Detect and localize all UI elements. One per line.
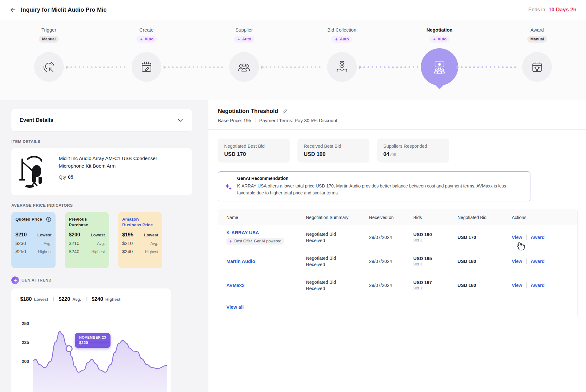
step-negotiation[interactable]: Negotiation Auto — [391, 27, 488, 100]
received-on: 29/07/2024 — [369, 282, 413, 288]
chart-marker[interactable] — [66, 346, 72, 352]
mode-badge: Auto — [332, 36, 352, 43]
received-on: 29/07/2024 — [369, 234, 413, 241]
step-label: Supplier — [236, 27, 253, 33]
stat-value: USD 170 — [224, 151, 284, 157]
mode-badge: Auto — [234, 36, 254, 43]
price-label: Lowest — [91, 233, 105, 237]
col-received-on: Received on — [369, 215, 413, 220]
award-calendar-trophy-icon — [530, 60, 544, 74]
chevron-down-icon — [177, 117, 184, 124]
edit-pencil-icon[interactable] — [282, 108, 288, 114]
recommendation-title: GenAI Recommendation — [237, 176, 515, 181]
suppliers-group-icon — [237, 60, 251, 74]
stat-value: USD 190 — [304, 151, 363, 157]
price-value: $195 — [122, 232, 134, 238]
product-image — [18, 155, 51, 189]
best-offer-badge: Best Offer. GenAI powered — [226, 238, 284, 245]
step-label: Trigger — [41, 27, 56, 33]
price-label: Lowest — [37, 233, 51, 237]
price-value: $250 — [15, 249, 26, 254]
suppliers-responded-card: Suppliers Responded 04/06 — [377, 139, 449, 163]
award-button[interactable]: Award — [531, 283, 545, 288]
bid-amount: USD 190 — [413, 232, 457, 237]
chart-gridline — [34, 362, 167, 362]
card-title: Previous Purchase — [69, 217, 105, 228]
chart-gridline — [34, 343, 167, 343]
price-value: $240 — [69, 249, 79, 254]
trend-highest: $240 — [92, 296, 103, 302]
step-supplier[interactable]: Supplier Auto — [195, 27, 293, 100]
view-button[interactable]: View — [512, 235, 522, 240]
price-label: Lowest — [144, 233, 158, 237]
negotiated-bid: USD 180 — [457, 283, 512, 288]
item-name: Miclit Inc Audio Array AM-C1 USB Condens… — [59, 155, 183, 170]
chart-gridline — [34, 324, 167, 324]
received-on: 29/07/2024 — [369, 258, 413, 264]
bid-count: Bid 3 — [413, 262, 457, 266]
table-row: AVMaxx Negotiated Bid Received 29/07/202… — [218, 273, 577, 297]
step-label: Bid Collection — [327, 27, 356, 33]
negotiated-bid: USD 180 — [457, 259, 512, 264]
step-bid-collection[interactable]: Bid Collection Auto — [293, 27, 391, 100]
previous-purchase-card: Previous Purchase $200Lowest $210Avg. $2… — [65, 212, 109, 268]
price-value: $210 — [15, 232, 27, 238]
price-indicator-cards: Quoted Price $210Lowest $230Avg. $250Hig… — [11, 212, 208, 268]
price-value: $230 — [15, 241, 26, 246]
supplier-link[interactable]: K-ARRAY USA — [226, 230, 306, 235]
money-bag-hands-icon — [335, 60, 349, 74]
price-value: $200 — [69, 232, 80, 238]
gen-ai-trend-heading: GEN AI TREND — [11, 276, 208, 284]
view-all-link[interactable]: View all — [226, 304, 244, 310]
price-value: $210 — [122, 241, 133, 246]
card-title: Quoted Price — [15, 217, 42, 222]
supplier-link[interactable]: AVMaxx — [226, 282, 306, 288]
y-axis-tick: 225 — [18, 340, 29, 345]
price-label: Highest — [38, 250, 51, 254]
quoted-price-card: Quoted Price $210Lowest $230Avg. $250Hig… — [11, 212, 56, 268]
card-title: Amazon Business Price — [122, 217, 158, 228]
step-trigger[interactable]: Trigger Manual — [0, 27, 98, 100]
y-axis-tick: 200 — [18, 359, 29, 364]
bid-amount: USD 195 — [413, 256, 457, 261]
award-button[interactable]: Award — [531, 259, 545, 264]
event-details-toggle[interactable]: Event Details — [11, 109, 192, 131]
back-button[interactable] — [9, 6, 16, 13]
genai-recommendation: GenAI Recommendation K-ARRAY USA offers … — [218, 171, 530, 201]
award-button[interactable]: Award — [531, 235, 545, 240]
supplier-link[interactable]: Martin Audio — [226, 258, 306, 264]
gen-ai-icon — [11, 276, 19, 284]
negotiation-summary: Negotiated Bid Received — [306, 255, 347, 268]
ai-sparkle-icon — [335, 38, 338, 41]
amazon-business-price-card: Amazon Business Price $195Lowest $210Avg… — [118, 212, 162, 268]
info-icon[interactable] — [46, 217, 51, 222]
event-details-title: Event Details — [20, 117, 53, 123]
stat-value: 04 — [383, 151, 389, 157]
step-label: Create — [139, 27, 153, 33]
mouse-cursor-hand — [514, 241, 525, 253]
workflow-stepper: Trigger Manual Create Auto — [0, 20, 586, 100]
col-bids: Bids — [413, 215, 457, 220]
suppliers-table: Name Negotiation Summary Received on Bid… — [218, 210, 578, 317]
trigger-icon — [42, 60, 56, 74]
base-price: Base Price: 195 — [218, 118, 251, 123]
payment-terms: Payment Terms: Pay 30 5% Discount — [259, 118, 337, 123]
negotiation-summary: Negotiated Bid Received — [306, 279, 347, 292]
table-row: K-ARRAY USA Best Offer. GenAI powered Ne… — [218, 225, 577, 249]
ai-sparkle-icon — [433, 38, 436, 41]
step-create[interactable]: Create Auto — [98, 27, 195, 100]
inquiry-page: Inquiry for Miclit Audio Pro Mic Ends in… — [0, 0, 586, 392]
bid-count: Bid 1 — [413, 286, 457, 290]
table-header: Name Negotiation Summary Received on Bid… — [218, 210, 577, 225]
view-button[interactable]: View — [512, 259, 522, 264]
negotiation-threshold-title: Negotiation Threshold — [218, 108, 278, 115]
negotiation-presentation-icon — [431, 59, 448, 75]
trend-stats: $180Lowest $220Avg. $240Highest — [11, 296, 171, 302]
ai-sparkle-icon — [224, 176, 232, 196]
stat-total: /06 — [390, 152, 396, 157]
step-award[interactable]: Award Manual — [488, 27, 586, 100]
page-header: Inquiry for Miclit Audio Pro Mic Ends in… — [0, 0, 586, 20]
ai-sparkle-icon — [237, 38, 241, 41]
arrow-left-icon — [9, 6, 16, 13]
view-button[interactable]: View — [512, 283, 522, 288]
